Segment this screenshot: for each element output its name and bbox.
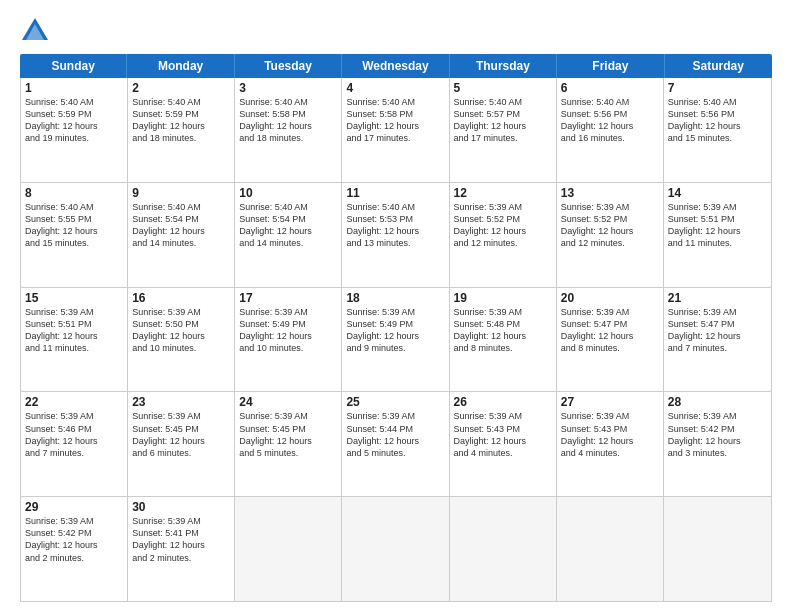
- logo: [20, 16, 54, 46]
- day-number: 20: [561, 291, 659, 305]
- calendar-cell: [235, 497, 342, 601]
- day-number: 23: [132, 395, 230, 409]
- cell-info: Sunrise: 5:39 AMSunset: 5:46 PMDaylight:…: [25, 410, 123, 459]
- cell-info: Sunrise: 5:39 AMSunset: 5:41 PMDaylight:…: [132, 515, 230, 564]
- page: SundayMondayTuesdayWednesdayThursdayFrid…: [0, 0, 792, 612]
- calendar-cell: 27Sunrise: 5:39 AMSunset: 5:43 PMDayligh…: [557, 392, 664, 496]
- header-day-thursday: Thursday: [450, 54, 557, 78]
- calendar-row: 22Sunrise: 5:39 AMSunset: 5:46 PMDayligh…: [21, 392, 771, 497]
- day-number: 22: [25, 395, 123, 409]
- cell-info: Sunrise: 5:39 AMSunset: 5:44 PMDaylight:…: [346, 410, 444, 459]
- day-number: 17: [239, 291, 337, 305]
- calendar: SundayMondayTuesdayWednesdayThursdayFrid…: [20, 54, 772, 602]
- cell-info: Sunrise: 5:40 AMSunset: 5:56 PMDaylight:…: [668, 96, 767, 145]
- cell-info: Sunrise: 5:39 AMSunset: 5:50 PMDaylight:…: [132, 306, 230, 355]
- day-number: 28: [668, 395, 767, 409]
- header-day-monday: Monday: [127, 54, 234, 78]
- day-number: 19: [454, 291, 552, 305]
- calendar-cell: 2Sunrise: 5:40 AMSunset: 5:59 PMDaylight…: [128, 78, 235, 182]
- cell-info: Sunrise: 5:39 AMSunset: 5:45 PMDaylight:…: [239, 410, 337, 459]
- calendar-cell: 30Sunrise: 5:39 AMSunset: 5:41 PMDayligh…: [128, 497, 235, 601]
- calendar-cell: 29Sunrise: 5:39 AMSunset: 5:42 PMDayligh…: [21, 497, 128, 601]
- calendar-cell: 28Sunrise: 5:39 AMSunset: 5:42 PMDayligh…: [664, 392, 771, 496]
- cell-info: Sunrise: 5:40 AMSunset: 5:58 PMDaylight:…: [346, 96, 444, 145]
- calendar-cell: 12Sunrise: 5:39 AMSunset: 5:52 PMDayligh…: [450, 183, 557, 287]
- calendar-cell: 26Sunrise: 5:39 AMSunset: 5:43 PMDayligh…: [450, 392, 557, 496]
- day-number: 9: [132, 186, 230, 200]
- cell-info: Sunrise: 5:39 AMSunset: 5:42 PMDaylight:…: [668, 410, 767, 459]
- cell-info: Sunrise: 5:40 AMSunset: 5:57 PMDaylight:…: [454, 96, 552, 145]
- calendar-cell: 4Sunrise: 5:40 AMSunset: 5:58 PMDaylight…: [342, 78, 449, 182]
- day-number: 5: [454, 81, 552, 95]
- calendar-header: SundayMondayTuesdayWednesdayThursdayFrid…: [20, 54, 772, 78]
- cell-info: Sunrise: 5:39 AMSunset: 5:43 PMDaylight:…: [561, 410, 659, 459]
- day-number: 7: [668, 81, 767, 95]
- header-day-wednesday: Wednesday: [342, 54, 449, 78]
- calendar-cell: 20Sunrise: 5:39 AMSunset: 5:47 PMDayligh…: [557, 288, 664, 392]
- cell-info: Sunrise: 5:40 AMSunset: 5:59 PMDaylight:…: [25, 96, 123, 145]
- calendar-cell: 23Sunrise: 5:39 AMSunset: 5:45 PMDayligh…: [128, 392, 235, 496]
- calendar-cell: 10Sunrise: 5:40 AMSunset: 5:54 PMDayligh…: [235, 183, 342, 287]
- calendar-cell: 17Sunrise: 5:39 AMSunset: 5:49 PMDayligh…: [235, 288, 342, 392]
- cell-info: Sunrise: 5:39 AMSunset: 5:47 PMDaylight:…: [668, 306, 767, 355]
- day-number: 16: [132, 291, 230, 305]
- calendar-cell: 1Sunrise: 5:40 AMSunset: 5:59 PMDaylight…: [21, 78, 128, 182]
- cell-info: Sunrise: 5:39 AMSunset: 5:43 PMDaylight:…: [454, 410, 552, 459]
- cell-info: Sunrise: 5:40 AMSunset: 5:54 PMDaylight:…: [239, 201, 337, 250]
- calendar-cell: 9Sunrise: 5:40 AMSunset: 5:54 PMDaylight…: [128, 183, 235, 287]
- header-day-friday: Friday: [557, 54, 664, 78]
- calendar-cell: 24Sunrise: 5:39 AMSunset: 5:45 PMDayligh…: [235, 392, 342, 496]
- cell-info: Sunrise: 5:39 AMSunset: 5:49 PMDaylight:…: [346, 306, 444, 355]
- calendar-cell: 13Sunrise: 5:39 AMSunset: 5:52 PMDayligh…: [557, 183, 664, 287]
- day-number: 3: [239, 81, 337, 95]
- cell-info: Sunrise: 5:39 AMSunset: 5:47 PMDaylight:…: [561, 306, 659, 355]
- calendar-cell: 16Sunrise: 5:39 AMSunset: 5:50 PMDayligh…: [128, 288, 235, 392]
- cell-info: Sunrise: 5:40 AMSunset: 5:55 PMDaylight:…: [25, 201, 123, 250]
- cell-info: Sunrise: 5:39 AMSunset: 5:48 PMDaylight:…: [454, 306, 552, 355]
- cell-info: Sunrise: 5:39 AMSunset: 5:51 PMDaylight:…: [668, 201, 767, 250]
- calendar-cell: 25Sunrise: 5:39 AMSunset: 5:44 PMDayligh…: [342, 392, 449, 496]
- calendar-cell: 15Sunrise: 5:39 AMSunset: 5:51 PMDayligh…: [21, 288, 128, 392]
- calendar-cell: [664, 497, 771, 601]
- header-day-saturday: Saturday: [665, 54, 772, 78]
- day-number: 26: [454, 395, 552, 409]
- calendar-row: 15Sunrise: 5:39 AMSunset: 5:51 PMDayligh…: [21, 288, 771, 393]
- calendar-cell: 18Sunrise: 5:39 AMSunset: 5:49 PMDayligh…: [342, 288, 449, 392]
- cell-info: Sunrise: 5:39 AMSunset: 5:45 PMDaylight:…: [132, 410, 230, 459]
- calendar-row: 1Sunrise: 5:40 AMSunset: 5:59 PMDaylight…: [21, 78, 771, 183]
- cell-info: Sunrise: 5:39 AMSunset: 5:52 PMDaylight:…: [454, 201, 552, 250]
- calendar-cell: 11Sunrise: 5:40 AMSunset: 5:53 PMDayligh…: [342, 183, 449, 287]
- day-number: 10: [239, 186, 337, 200]
- day-number: 6: [561, 81, 659, 95]
- day-number: 30: [132, 500, 230, 514]
- header-day-tuesday: Tuesday: [235, 54, 342, 78]
- calendar-cell: 8Sunrise: 5:40 AMSunset: 5:55 PMDaylight…: [21, 183, 128, 287]
- day-number: 15: [25, 291, 123, 305]
- calendar-cell: 19Sunrise: 5:39 AMSunset: 5:48 PMDayligh…: [450, 288, 557, 392]
- cell-info: Sunrise: 5:39 AMSunset: 5:49 PMDaylight:…: [239, 306, 337, 355]
- day-number: 27: [561, 395, 659, 409]
- day-number: 2: [132, 81, 230, 95]
- day-number: 18: [346, 291, 444, 305]
- day-number: 25: [346, 395, 444, 409]
- calendar-row: 29Sunrise: 5:39 AMSunset: 5:42 PMDayligh…: [21, 497, 771, 601]
- cell-info: Sunrise: 5:40 AMSunset: 5:56 PMDaylight:…: [561, 96, 659, 145]
- calendar-cell: 3Sunrise: 5:40 AMSunset: 5:58 PMDaylight…: [235, 78, 342, 182]
- day-number: 14: [668, 186, 767, 200]
- calendar-cell: 5Sunrise: 5:40 AMSunset: 5:57 PMDaylight…: [450, 78, 557, 182]
- day-number: 24: [239, 395, 337, 409]
- header-day-sunday: Sunday: [20, 54, 127, 78]
- calendar-cell: [450, 497, 557, 601]
- cell-info: Sunrise: 5:40 AMSunset: 5:53 PMDaylight:…: [346, 201, 444, 250]
- calendar-cell: 7Sunrise: 5:40 AMSunset: 5:56 PMDaylight…: [664, 78, 771, 182]
- day-number: 11: [346, 186, 444, 200]
- day-number: 1: [25, 81, 123, 95]
- calendar-cell: 21Sunrise: 5:39 AMSunset: 5:47 PMDayligh…: [664, 288, 771, 392]
- day-number: 8: [25, 186, 123, 200]
- calendar-cell: [557, 497, 664, 601]
- cell-info: Sunrise: 5:39 AMSunset: 5:42 PMDaylight:…: [25, 515, 123, 564]
- calendar-cell: 14Sunrise: 5:39 AMSunset: 5:51 PMDayligh…: [664, 183, 771, 287]
- day-number: 21: [668, 291, 767, 305]
- day-number: 13: [561, 186, 659, 200]
- logo-icon: [20, 16, 50, 46]
